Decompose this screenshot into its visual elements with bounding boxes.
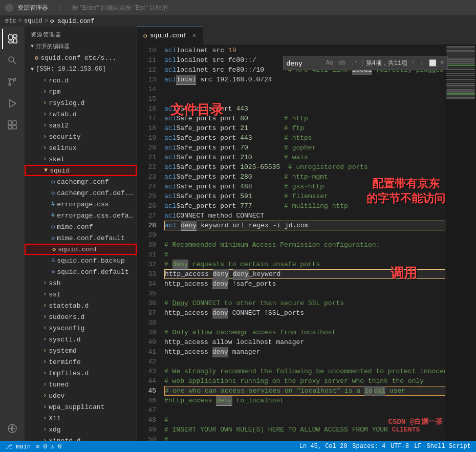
editor-area: ⚙ squid.conf × Aa ab .* 第4项，共11项 ↑ ↓ ⬜ ×… [137, 27, 476, 441]
sidebar-tree: › rco.d › rpm › rsyslog.d › rwtab.d › sa… [25, 75, 137, 441]
tree-item-sysctld[interactable]: › sysctl.d [25, 334, 137, 345]
tree-item-errorpage-css-defa[interactable]: # errorpage.css.defa... [25, 210, 137, 221]
item-label: rsyslog.d [49, 99, 84, 107]
activity-debug[interactable] [2, 93, 23, 114]
tree-item-sudoersd[interactable]: › sudoers.d [25, 311, 137, 322]
tree-item-security[interactable]: › security [25, 131, 137, 142]
search-collapse-btn[interactable]: ⬜ [427, 59, 438, 68]
use-regex-btn[interactable]: .* [349, 59, 359, 67]
search-next-btn[interactable]: ↓ [418, 59, 425, 67]
code-line-17: acl Safe_ports port 80 # http [164, 114, 445, 123]
tree-item-squid[interactable]: ▼ squid [25, 165, 137, 176]
ln-10: 10 [137, 46, 156, 55]
tree-item-sysconfig[interactable]: › sysconfig [25, 322, 137, 334]
ln-12: 12 [137, 65, 156, 75]
breadcrumb-part-2[interactable]: squid [24, 17, 42, 25]
activity-search[interactable] [2, 50, 23, 71]
tree-item-xdg[interactable]: › xdg [25, 424, 137, 435]
tree-item-selinux[interactable]: › selinux [25, 142, 137, 154]
status-eol[interactable]: LF [414, 443, 421, 450]
sidebar-section-ssh[interactable]: ▼ [SSH: 10.12.153.66] [25, 63, 137, 75]
search-prev-btn[interactable]: ↑ [409, 59, 416, 67]
status-left: ⎇ main ⊘ 0 ⚠ 0 [5, 443, 61, 450]
status-lang[interactable]: Shell Script [427, 443, 471, 450]
tree-item-wpa[interactable]: › wpa_supplicant [25, 401, 137, 413]
sidebar: 资源管理器 ▼ 打开的编辑器 ⚙ squid.conf etc/s... ▼ [… [25, 27, 137, 441]
code-line-20: acl Safe_ports port 70 # gopher [164, 143, 445, 153]
item-label: errorpage.css.defa... [57, 212, 137, 220]
search-input[interactable] [287, 59, 322, 67]
code-area[interactable]: acl localnet src 19 acl localnet src fc0… [160, 45, 445, 441]
breadcrumb-part-1[interactable]: etc [5, 17, 16, 25]
tree-item-rsyslogd[interactable]: › rsyslog.d [25, 97, 137, 109]
folder-icon: › [43, 370, 47, 377]
svg-rect-12 [8, 125, 12, 129]
open-editor-item[interactable]: ⚙ squid.conf etc/s... [25, 52, 137, 63]
activity-explorer[interactable] [2, 29, 23, 49]
title-bar-input[interactable] [72, 4, 471, 11]
status-encoding[interactable]: UTF-8 [391, 443, 409, 450]
tree-item-rcod[interactable]: › rco.d [25, 75, 137, 86]
tab-squid-conf[interactable]: ⚙ squid.conf × [137, 27, 203, 45]
svg-point-8 [9, 83, 11, 85]
sidebar-section-open-editors[interactable]: ▼ 打开的编辑器 [25, 40, 137, 52]
code-line-44: # web applications running on the proxy … [164, 376, 445, 386]
folder-icon: › [43, 144, 47, 152]
status-errors[interactable]: ⊘ 0 ⚠ 0 [36, 443, 61, 450]
tree-item-ssh[interactable]: › ssh [25, 277, 137, 289]
tree-item-squid-conf[interactable]: ⚙ squid.conf [25, 244, 137, 255]
tree-item-skel[interactable]: › skel [25, 154, 137, 165]
tree-item-rwtabd[interactable]: › rwtab.d [25, 109, 137, 120]
tree-item-mime-conf[interactable]: ⚙ mime.conf [25, 221, 137, 232]
tree-item-mime-conf-default[interactable]: ⚙ mime.conf.default [25, 232, 137, 244]
editor-content: 10 11 12 13 14 15 16 17 18 19 20 21 22 2… [137, 45, 476, 441]
status-spaces[interactable]: Spaces: 4 [352, 443, 385, 450]
tree-item-tuned[interactable]: › tuned [25, 379, 137, 390]
item-label: tuned [49, 381, 69, 389]
match-word-btn[interactable]: ab [337, 59, 347, 67]
tree-item-ssl[interactable]: › ssl [25, 289, 137, 300]
tree-item-udev[interactable]: › udev [25, 390, 137, 401]
tree-item-x11[interactable]: › X11 [25, 413, 137, 424]
search-close-btn[interactable]: × [440, 59, 444, 67]
code-line-19: acl Safe_ports port 443 # https [164, 133, 445, 143]
tree-item-tmpfilesd[interactable]: › tmpfiles.d [25, 368, 137, 379]
item-label: sysctl.d [49, 336, 80, 343]
file-icon: ≡ [51, 257, 55, 264]
tree-item-sasl2[interactable]: › sasl2 [25, 120, 137, 131]
match-case-btn[interactable]: Aa [324, 59, 335, 67]
tree-item-cachemgr-conf[interactable]: ⚙ cachemgr.conf [25, 176, 137, 187]
ln-16: 16 [137, 104, 156, 114]
title-bar-label: 资源管理器 [17, 4, 48, 12]
ln-13: 13 [137, 75, 156, 84]
ln-24: 24 [137, 182, 156, 191]
ln-25: 25 [137, 191, 156, 201]
folder-icon: › [43, 336, 47, 343]
gear-icon: ⚙ [35, 54, 38, 62]
tree-item-rpm[interactable]: › rpm [25, 86, 137, 97]
activity-remote[interactable] [2, 418, 23, 439]
status-git-branch[interactable]: ⎇ main [5, 443, 31, 450]
tree-item-xinetdd[interactable]: › xinetd.d [25, 435, 137, 441]
breadcrumb-part-3[interactable]: ⚙ squid.conf [50, 17, 94, 25]
code-line-34: http_access deny !safe_ports [164, 279, 445, 289]
tree-item-squid-conf-default[interactable]: ≡ squid.conf.default [25, 266, 137, 277]
activity-git[interactable] [2, 72, 23, 92]
tree-item-statetabd[interactable]: › statetab.d [25, 300, 137, 311]
tree-item-systemd[interactable]: › systemd [25, 345, 137, 356]
gear-icon-2: ⚙ [52, 246, 56, 253]
activity-extensions[interactable] [2, 115, 23, 135]
minimap-content [445, 45, 476, 100]
tree-item-squid-conf-backup[interactable]: ≡ squid.conf.backup [25, 255, 137, 266]
status-ln-col[interactable]: Ln 45, Col 20 [299, 443, 348, 450]
tab-close-icon[interactable]: × [192, 32, 196, 40]
tree-item-terminfo[interactable]: › terminfo [25, 356, 137, 368]
folder-icon: › [43, 347, 47, 354]
code-line-43: # We strongly recommend the following be… [164, 367, 445, 376]
code-line-49: # INSERT YOUR OWN RULE(S) HERE TO ALLOW … [164, 425, 445, 435]
tree-item-cachemgr-conf-def[interactable]: ⚙ cachemgr.conf.def... [25, 187, 137, 199]
item-label: xinetd.d [49, 437, 80, 441]
tree-item-errorpage-css[interactable]: # errorpage.css [25, 199, 137, 210]
folder-icon: › [43, 302, 47, 309]
file-icon: ⚙ [51, 223, 55, 231]
